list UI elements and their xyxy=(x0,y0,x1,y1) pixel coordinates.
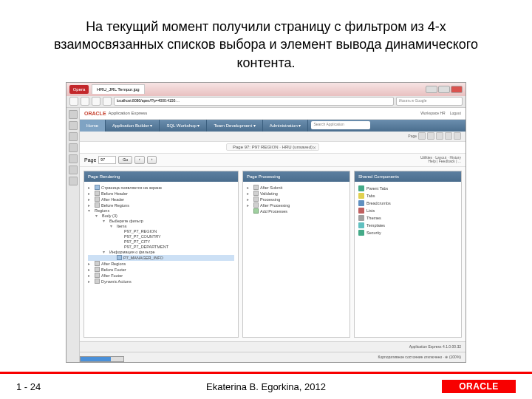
close-button[interactable] xyxy=(451,86,463,93)
window-controls xyxy=(426,86,463,93)
apex-footer: Application Express 4.1.0.00.32 xyxy=(80,341,466,352)
shared-component-link[interactable]: Parent Tabs xyxy=(358,185,457,192)
panel-icon[interactable] xyxy=(69,132,78,141)
loading-progress xyxy=(80,356,124,362)
slide-author: Ekaterina B. Egorkina, 2012 xyxy=(206,381,326,392)
toolbar-icon[interactable] xyxy=(454,132,461,140)
tree-item[interactable]: P97_P7_CITY xyxy=(88,239,234,245)
product-name: Application Express xyxy=(109,111,148,115)
toolbar-icon[interactable] xyxy=(427,132,434,140)
tree-item[interactable]: ▸Validating xyxy=(247,191,346,197)
panel-icon[interactable] xyxy=(69,143,78,152)
reload-button[interactable] xyxy=(92,97,100,106)
tree-item[interactable]: ▸Before Header xyxy=(88,191,234,197)
window-titlebar: Opera HRU_JRL Tempor.jpg xyxy=(66,83,466,96)
toolbar-icon[interactable] xyxy=(436,132,443,140)
workspace-label: Workspace HR xyxy=(420,111,446,115)
browser-sidebar xyxy=(66,108,80,362)
tree-item[interactable]: ▸Страница появляется на экране xyxy=(88,185,234,191)
shared-component-link[interactable]: Lists xyxy=(358,207,457,214)
page-rendering-panel: Page Rendering ▸Страница появляется на э… xyxy=(83,171,239,338)
nav-app-builder[interactable]: Application Builder ▾ xyxy=(106,120,160,132)
tree-item[interactable]: ▾Body (3) xyxy=(88,214,234,219)
go-button[interactable]: Go xyxy=(118,156,132,164)
panel-header: Page Processing xyxy=(243,171,349,182)
shared-component-link[interactable]: Security xyxy=(358,229,457,236)
designer-panels: Page Rendering ▸Страница появляется на э… xyxy=(80,167,466,341)
tree-item[interactable]: P7_MANAGER_INFO xyxy=(88,255,234,261)
page-label: Page xyxy=(84,157,96,163)
toolbar-icon[interactable] xyxy=(418,132,426,140)
maximize-button[interactable] xyxy=(438,86,450,93)
tree-item[interactable]: ▾Выберите фильтр xyxy=(88,219,234,224)
next-page-button[interactable]: › xyxy=(147,156,157,164)
page-number-input[interactable] xyxy=(98,156,116,164)
page-processing-panel: Page Processing ▸After Submit▸Validating… xyxy=(242,171,350,338)
tree-item[interactable]: ▸Processing xyxy=(247,197,346,202)
slide-number: 1 - 24 xyxy=(16,381,41,392)
prev-page-button[interactable]: ‹ xyxy=(134,156,145,164)
browser-window: Opera HRU_JRL Tempor.jpg localhost:8080/… xyxy=(66,82,466,363)
apex-nav: Home Application Builder ▾ SQL Workshop … xyxy=(80,120,466,132)
tree-item[interactable]: ▸After Regions xyxy=(88,261,234,267)
shared-component-link[interactable]: Breadcrumbs xyxy=(358,200,457,207)
panel-icon[interactable] xyxy=(69,121,78,130)
shared-component-link[interactable]: Themes xyxy=(358,214,457,222)
apex-header: ORACLE Application Express Workspace HR … xyxy=(80,108,466,120)
panel-header: Page Rendering xyxy=(84,171,238,182)
tree-item[interactable]: Add Processes xyxy=(247,208,346,214)
nav-home[interactable]: Home xyxy=(80,120,106,132)
oracle-logo: ORACLE xyxy=(84,111,106,116)
opera-menu-button[interactable]: Opera xyxy=(69,85,89,94)
breadcrumb-row: Page 97: P97 REGION · HRU (unsaved) ✕ xyxy=(80,142,466,154)
browser-search-input[interactable]: Искать в Google xyxy=(396,97,463,106)
nav-admin[interactable]: Administration ▾ xyxy=(263,120,309,132)
page-controls: Page Go ‹ › Utilities · Layout · History… xyxy=(80,154,466,167)
tree-item[interactable]: ▸After Submit xyxy=(247,185,346,191)
tree-item[interactable]: ▸Before Regions xyxy=(88,202,234,208)
slide-title: На текущий момент получили страницу с фи… xyxy=(0,0,532,82)
tree-item[interactable]: ▸Before Footer xyxy=(88,267,234,273)
tree-item[interactable]: ▸After Header xyxy=(88,197,234,202)
panel-header: Shared Components xyxy=(355,171,461,182)
forward-button[interactable] xyxy=(81,97,89,106)
page-label: Page xyxy=(408,134,417,138)
tree-item[interactable]: ▾Items xyxy=(88,224,234,229)
tree-item[interactable]: ▸After Processing xyxy=(247,202,346,208)
url-input[interactable]: localhost:8080/apex/f?p=4000:4150:... xyxy=(114,97,394,106)
tree-item[interactable]: ▸After Footer xyxy=(88,273,234,279)
close-icon[interactable]: ✕ xyxy=(313,145,316,150)
logout-link[interactable]: Logout xyxy=(450,111,461,115)
oracle-footer-logo: ORACLE xyxy=(442,380,516,393)
shared-components-panel: Shared Components Parent TabsTabsBreadcr… xyxy=(354,171,462,338)
back-button[interactable] xyxy=(69,97,78,106)
browser-tab[interactable]: HRU_JRL Tempor.jpg xyxy=(92,84,145,94)
app-search-input[interactable]: Search Application xyxy=(311,121,370,129)
nav-sql-workshop[interactable]: SQL Workshop ▾ xyxy=(160,120,207,132)
zoom-label: Корпоративное состояние отключено · ⊕ (1… xyxy=(378,355,461,359)
tree-item[interactable]: ▾Regions xyxy=(88,208,234,214)
home-button[interactable] xyxy=(103,97,112,106)
slide-footer: 1 - 24 Ekaterina B. Egorkina, 2012 ORACL… xyxy=(0,374,532,399)
tree-item[interactable]: ▾Информация о фильтре xyxy=(88,250,234,255)
shared-component-link[interactable]: Tabs xyxy=(358,192,457,200)
toolbar: Page xyxy=(80,132,466,142)
panel-icon[interactable] xyxy=(69,154,78,163)
shared-component-link[interactable]: Templates xyxy=(358,222,457,229)
tree-item[interactable]: P97_P7_DEPARTMENT xyxy=(88,245,234,250)
tree-item[interactable]: P97_P7_COUNTRY xyxy=(88,234,234,239)
page-side-links: Utilities · Layout · History Help | Feed… xyxy=(420,156,461,164)
browser-status: Корпоративное состояние отключено · ⊕ (1… xyxy=(80,352,466,362)
nav-team-dev[interactable]: Team Development ▾ xyxy=(207,120,262,132)
panel-icon[interactable] xyxy=(69,110,78,119)
panel-icon[interactable] xyxy=(69,166,78,174)
panel-icon[interactable] xyxy=(69,177,78,185)
toolbar-icon[interactable] xyxy=(445,132,452,140)
minimize-button[interactable] xyxy=(426,86,437,93)
tree-item[interactable]: ▸Dynamic Actions xyxy=(88,279,234,284)
breadcrumb-chip[interactable]: Page 97: P97 REGION · HRU (unsaved) ✕ xyxy=(226,143,319,151)
address-bar: localhost:8080/apex/f?p=4000:4150:... Ис… xyxy=(66,96,466,108)
version-label: Application Express 4.1.0.00.32 xyxy=(409,344,461,349)
tree-item[interactable]: P97_P7_REGION xyxy=(88,229,234,234)
page-content: ORACLE Application Express Workspace HR … xyxy=(80,108,466,362)
